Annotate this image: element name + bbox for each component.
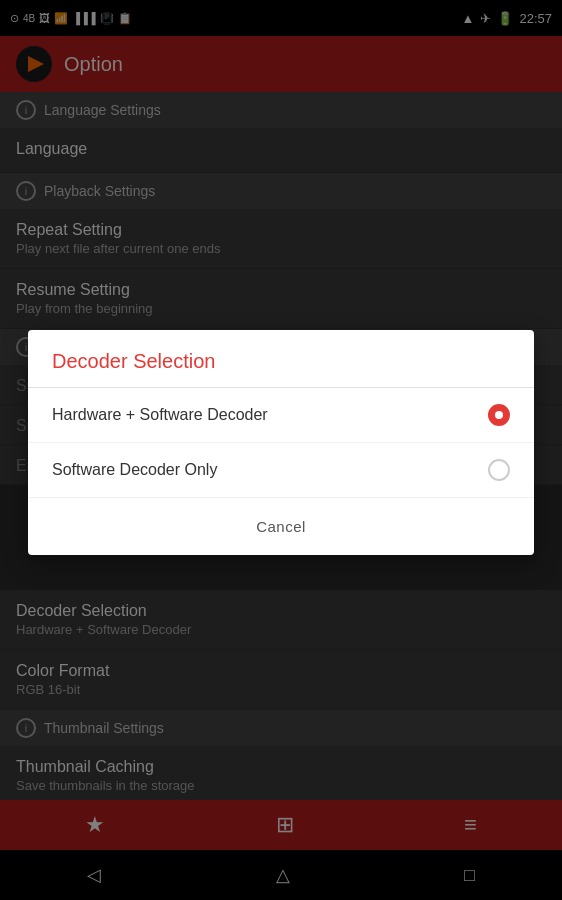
radio-button-2[interactable] <box>488 459 510 481</box>
decoder-selection-dialog: Decoder Selection Hardware + Software De… <box>28 330 534 555</box>
radio-button-1[interactable] <box>488 404 510 426</box>
option-label-2: Software Decoder Only <box>52 461 217 479</box>
dialog-actions: Cancel <box>28 498 534 555</box>
cancel-button[interactable]: Cancel <box>232 510 330 543</box>
dialog-title: Decoder Selection <box>28 330 534 388</box>
option-label-1: Hardware + Software Decoder <box>52 406 268 424</box>
hardware-software-option[interactable]: Hardware + Software Decoder <box>28 388 534 443</box>
software-only-option[interactable]: Software Decoder Only <box>28 443 534 498</box>
